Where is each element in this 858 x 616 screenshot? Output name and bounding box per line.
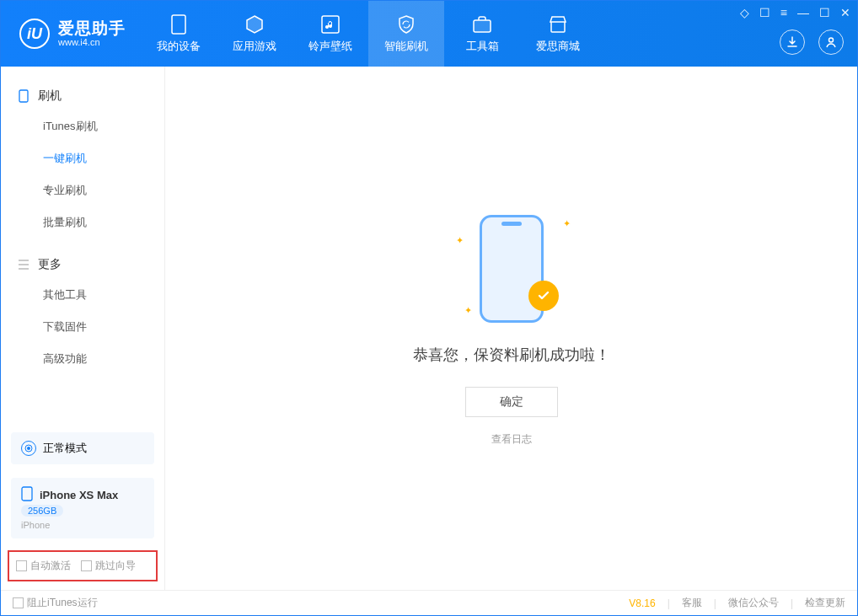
checkbox-skip-guide[interactable]: 跳过向导 <box>81 559 136 573</box>
sidebar: 刷机 iTunes刷机 一键刷机 专业刷机 批量刷机 更多 其他工具 下载固件 … <box>1 67 165 590</box>
list-icon <box>18 259 29 271</box>
svg-point-3 <box>829 38 834 42</box>
maximize-icon[interactable]: ☐ <box>819 6 830 19</box>
app-subtitle: www.i4.cn <box>58 37 126 47</box>
sidebar-item-batch-flash[interactable]: 批量刷机 <box>1 206 164 238</box>
sidebar-item-download-firmware[interactable]: 下载固件 <box>1 311 164 343</box>
svg-rect-4 <box>19 90 28 102</box>
header-right-buttons <box>780 29 844 55</box>
sidebar-item-advanced[interactable]: 高级功能 <box>1 343 164 375</box>
svg-rect-7 <box>22 487 32 501</box>
checkbox-icon <box>16 560 27 571</box>
close-icon[interactable]: ✕ <box>840 6 850 19</box>
user-button[interactable] <box>818 29 844 55</box>
cube-icon <box>244 13 265 35</box>
footer-link-update[interactable]: 检查更新 <box>805 596 845 610</box>
footer-link-wechat[interactable]: 微信公众号 <box>728 596 779 610</box>
sidebar-group-more[interactable]: 更多 <box>1 250 164 279</box>
svg-rect-0 <box>172 15 185 34</box>
main-content: ✦ ✦ ✦ 恭喜您，保资料刷机成功啦！ 确定 查看日志 <box>165 67 857 590</box>
sidebar-item-oneclick-flash[interactable]: 一键刷机 <box>1 142 164 174</box>
tab-smart-flash[interactable]: 智能刷机 <box>368 1 444 67</box>
device-box[interactable]: iPhone XS Max 256GB iPhone <box>11 478 154 538</box>
checkbox-icon <box>13 597 24 608</box>
device-storage: 256GB <box>21 505 63 517</box>
version-label: V8.16 <box>629 597 655 609</box>
skin-icon[interactable]: ◇ <box>740 6 749 19</box>
tab-apps-games[interactable]: 应用游戏 <box>217 1 292 67</box>
svg-rect-2 <box>474 20 491 32</box>
music-icon <box>319 13 341 35</box>
main-tabs: 我的设备 应用游戏 铃声壁纸 智能刷机 工具箱 爱思商城 <box>141 1 596 67</box>
logo-icon: iU <box>19 19 50 49</box>
tab-toolbox[interactable]: 工具箱 <box>444 1 520 67</box>
mode-icon <box>21 441 36 456</box>
sidebar-group-flash[interactable]: 刷机 <box>1 82 164 110</box>
footer-link-kefu[interactable]: 客服 <box>682 596 702 610</box>
tab-my-device[interactable]: 我的设备 <box>141 1 217 67</box>
device-name: iPhone XS Max <box>40 489 118 501</box>
sparkle-icon: ✦ <box>563 218 571 229</box>
sparkle-icon: ✦ <box>464 305 472 316</box>
minimize-icon[interactable]: — <box>797 6 809 19</box>
toolbox-icon <box>471 13 493 35</box>
success-graphic: ✦ ✦ ✦ <box>453 210 571 328</box>
checkbox-block-itunes[interactable]: 阻止iTunes运行 <box>13 596 98 610</box>
logo-area: iU 爱思助手 www.i4.cn <box>1 1 141 67</box>
footer: 阻止iTunes运行 V8.16 | 客服 | 微信公众号 | 检查更新 <box>1 590 857 615</box>
options-highlight: 自动激活 跳过向导 <box>8 550 158 581</box>
checkbox-auto-activate[interactable]: 自动激活 <box>16 559 71 573</box>
body: 刷机 iTunes刷机 一键刷机 专业刷机 批量刷机 更多 其他工具 下载固件 … <box>1 67 857 590</box>
svg-rect-1 <box>322 16 339 33</box>
success-message: 恭喜您，保资料刷机成功啦！ <box>413 345 610 365</box>
ok-button[interactable]: 确定 <box>465 387 558 417</box>
checkbox-icon <box>81 560 92 571</box>
menu-icon[interactable]: ≡ <box>780 6 787 19</box>
view-log-link[interactable]: 查看日志 <box>491 432 532 447</box>
shop-icon <box>547 13 569 35</box>
device-outline-icon <box>18 90 29 102</box>
feedback-icon[interactable]: ☐ <box>759 6 770 19</box>
sidebar-item-pro-flash[interactable]: 专业刷机 <box>1 174 164 206</box>
check-badge-icon <box>528 281 559 311</box>
window-controls: ◇ ☐ ≡ — ☐ ✕ <box>740 6 850 19</box>
tab-store[interactable]: 爱思商城 <box>520 1 596 67</box>
shield-refresh-icon <box>395 13 417 35</box>
sidebar-item-itunes-flash[interactable]: iTunes刷机 <box>1 110 164 142</box>
app-window: iU 爱思助手 www.i4.cn 我的设备 应用游戏 铃声壁纸 智能刷机 <box>0 0 858 616</box>
mode-box[interactable]: 正常模式 <box>11 432 154 464</box>
device-type: iPhone <box>21 520 144 530</box>
mode-label: 正常模式 <box>43 441 87 456</box>
phone-small-icon <box>21 486 33 501</box>
tab-ringtones[interactable]: 铃声壁纸 <box>292 1 368 67</box>
sidebar-item-other-tools[interactable]: 其他工具 <box>1 279 164 311</box>
phone-icon <box>168 13 190 35</box>
svg-point-5 <box>27 447 30 450</box>
download-button[interactable] <box>780 29 805 55</box>
app-title: 爱思助手 <box>58 20 126 38</box>
sparkle-icon: ✦ <box>456 235 464 246</box>
header: iU 爱思助手 www.i4.cn 我的设备 应用游戏 铃声壁纸 智能刷机 <box>1 1 857 67</box>
